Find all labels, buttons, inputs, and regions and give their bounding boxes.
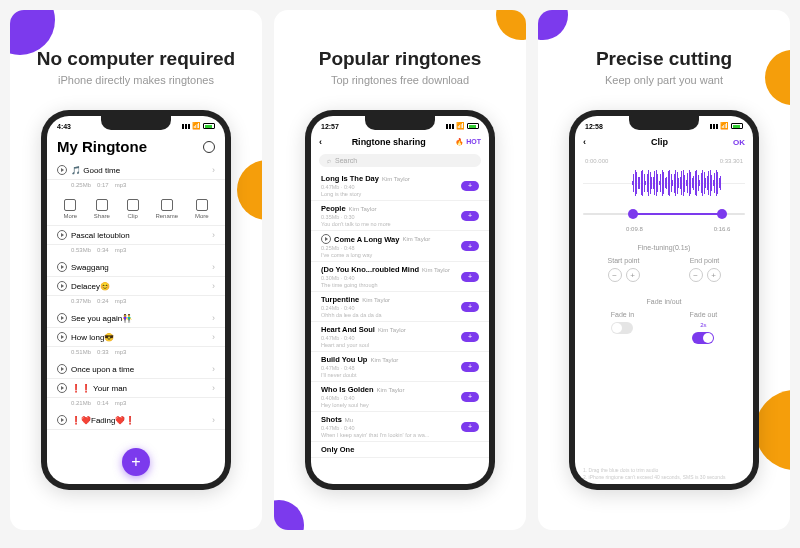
back-icon[interactable]: ‹: [319, 137, 322, 147]
phone-mockup: 12:57 📶 ‹ Ringtone sharing 🔥 HOT ⌕Search…: [305, 110, 495, 490]
slide-1: No computer required iPhone directly mak…: [10, 10, 262, 530]
list-item[interactable]: Come A Long Way Kim Taylor0.25Mb · 0:48I…: [311, 231, 489, 262]
play-icon[interactable]: [57, 230, 67, 240]
download-button[interactable]: +: [461, 211, 479, 221]
play-icon[interactable]: [321, 234, 331, 244]
tool-more2[interactable]: More: [195, 199, 209, 219]
add-button[interactable]: +: [122, 448, 150, 476]
download-button[interactable]: +: [461, 241, 479, 251]
play-icon[interactable]: [57, 313, 67, 323]
play-icon[interactable]: [57, 281, 67, 291]
download-button[interactable]: +: [461, 332, 479, 342]
end-minus[interactable]: −: [689, 268, 703, 282]
download-button[interactable]: +: [461, 392, 479, 402]
slide-title: Precise cutting: [596, 48, 732, 70]
list-item[interactable]: 🎵 Good time›: [47, 161, 225, 180]
list-item[interactable]: Turpentine Kim Taylor0.24Mb · 0:40Ohhh d…: [311, 292, 489, 322]
download-button[interactable]: +: [461, 272, 479, 282]
fade-label: Fade in/out: [583, 298, 745, 305]
start-handle[interactable]: [628, 209, 638, 219]
slide-subtitle: Keep only part you want: [605, 74, 723, 86]
list-item[interactable]: Only One: [311, 442, 489, 458]
phone-mockup: 12:58 📶 ‹ Clip OK 0:00.0000:33.301: [569, 110, 759, 490]
tool-rename[interactable]: Rename: [155, 199, 178, 219]
download-button[interactable]: +: [461, 302, 479, 312]
list-item[interactable]: Heart And Soul Kim Taylor0.47Mb · 0:40He…: [311, 322, 489, 352]
tool-more[interactable]: More: [63, 199, 77, 219]
page-title: My Ringtone: [57, 138, 147, 155]
list-item[interactable]: Delacey😊›: [47, 277, 225, 296]
play-icon[interactable]: [57, 383, 67, 393]
end-plus[interactable]: +: [707, 268, 721, 282]
search-icon: ⌕: [327, 157, 331, 164]
list-item[interactable]: ❗❤️Fading❤️❗›: [47, 411, 225, 430]
play-icon[interactable]: [57, 415, 67, 425]
list-item[interactable]: See you again👫›: [47, 309, 225, 328]
list-item[interactable]: Long Is The Day Kim Taylor0.47Mb · 0:40L…: [311, 171, 489, 201]
slide-subtitle: Top ringtones free download: [331, 74, 469, 86]
list-item[interactable]: Swaggang›: [47, 258, 225, 277]
list-item[interactable]: How long😎›: [47, 328, 225, 347]
ok-button[interactable]: OK: [733, 138, 745, 147]
phone-mockup: 4:43 📶 My Ringtone 🎵 Good time› 0.25Mb0:…: [41, 110, 231, 490]
slide-title: No computer required: [37, 48, 235, 70]
download-button[interactable]: +: [461, 422, 479, 432]
fine-tune-label: Fine-tuning(0.1s): [583, 244, 745, 251]
play-icon[interactable]: [57, 364, 67, 374]
list-item[interactable]: Pascal letoublon›: [47, 226, 225, 245]
search-input[interactable]: ⌕Search: [319, 154, 481, 167]
play-icon[interactable]: [57, 165, 67, 175]
item-toolbar: More Share Clip Rename More: [47, 193, 225, 226]
slide-title: Popular ringtones: [319, 48, 482, 70]
download-button[interactable]: +: [461, 181, 479, 191]
start-minus[interactable]: −: [608, 268, 622, 282]
list-item[interactable]: Build You Up Kim Taylor0.47Mb · 0:48I'll…: [311, 352, 489, 382]
gear-icon[interactable]: [203, 141, 215, 153]
list-item[interactable]: Who Is Golden Kim Taylor0.40Mb · 0:40Hey…: [311, 382, 489, 412]
nav-title: Clip: [651, 137, 668, 147]
fade-out-toggle[interactable]: [692, 332, 714, 344]
play-icon[interactable]: [57, 332, 67, 342]
list-item[interactable]: ❗❗ Your man›: [47, 379, 225, 398]
download-button[interactable]: +: [461, 362, 479, 372]
play-icon[interactable]: [57, 262, 67, 272]
fade-in-toggle[interactable]: [611, 322, 633, 334]
tool-share[interactable]: Share: [94, 199, 110, 219]
nav-title: Ringtone sharing: [352, 137, 426, 147]
list-item[interactable]: Shots Mu0.47Mb · 0:40When I keep sayin' …: [311, 412, 489, 442]
list-item[interactable]: (Do You Kno...roubled Mind Kim Taylor0.3…: [311, 262, 489, 292]
tool-clip[interactable]: Clip: [127, 199, 139, 219]
list-item[interactable]: Once upon a time›: [47, 360, 225, 379]
slide-2: Popular ringtones Top ringtones free dow…: [274, 10, 526, 530]
back-icon[interactable]: ‹: [583, 137, 586, 147]
start-plus[interactable]: +: [626, 268, 640, 282]
trim-slider[interactable]: [583, 204, 745, 224]
list-item[interactable]: People Kim Taylor0.35Mb · 0:30You don't …: [311, 201, 489, 231]
chevron-right-icon: ›: [212, 165, 215, 175]
footnote: 1. Drag the blue dots to trim audio2. iP…: [583, 467, 745, 480]
hot-link[interactable]: 🔥 HOT: [455, 138, 481, 146]
waveform[interactable]: [583, 168, 745, 198]
slide-subtitle: iPhone directly makes ringtones: [58, 74, 214, 86]
end-handle[interactable]: [717, 209, 727, 219]
slide-3: Precise cutting Keep only part you want …: [538, 10, 790, 530]
